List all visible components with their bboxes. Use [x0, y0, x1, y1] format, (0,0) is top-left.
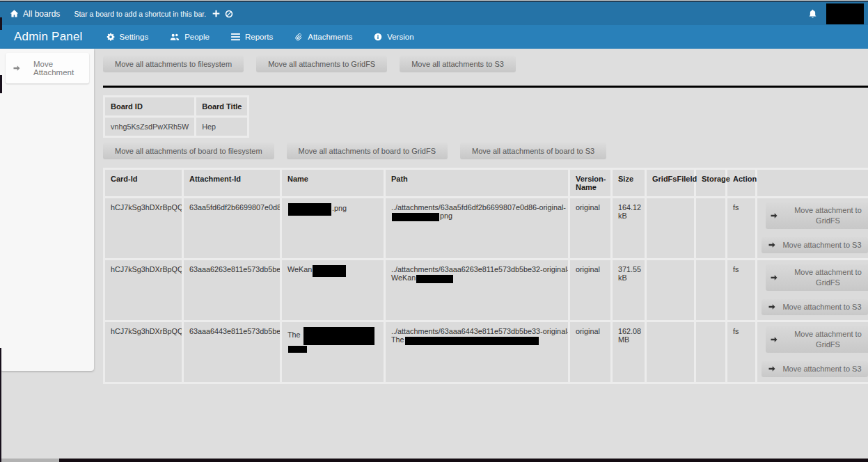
- cell-text: .png: [332, 204, 347, 212]
- page-title: Admin Panel: [14, 30, 83, 44]
- board-actions-row: Move all attachments of board to filesys…: [103, 143, 868, 159]
- size-cell: 162.08 MB: [613, 322, 645, 382]
- redacted-box: [416, 275, 453, 283]
- redacted-box: [405, 337, 539, 345]
- attachments-table-header: Path: [386, 170, 568, 196]
- gear-icon: [106, 33, 115, 41]
- nav-item-label: Attachments: [308, 33, 352, 41]
- nav-item-version[interactable]: Version: [374, 33, 413, 41]
- screen-edge-artifact: [0, 75, 2, 93]
- cell-text: The: [287, 330, 303, 339]
- bell-icon[interactable]: [808, 9, 817, 18]
- cell-text: The: [391, 335, 404, 344]
- attachments-table-header: [757, 170, 868, 196]
- version-name-cell: original: [570, 198, 610, 258]
- all-boards-link[interactable]: All boards: [10, 9, 60, 19]
- move-attachment-to-gridfs-button[interactable]: Move attachment to GridFS: [766, 326, 868, 353]
- redacted-box: [288, 346, 307, 353]
- size-cell: 164.12 kB: [613, 198, 645, 258]
- ban-icon[interactable]: [225, 10, 233, 18]
- action-cell: fs: [727, 322, 755, 382]
- attachment-row: hCJ7kSg3hDXrBpQQa63aa5fd6df2b6699807e0d8…: [105, 198, 868, 258]
- all-boards-label: All boards: [23, 9, 60, 19]
- storage-cell: [696, 322, 725, 382]
- redacted-box: [303, 327, 374, 345]
- redacted-box: [288, 203, 331, 216]
- screen-edge-artifact-bottom-gray: [0, 459, 59, 462]
- cell-text: ../attachments/63aaa6263e811e573db5be32-…: [391, 265, 568, 273]
- admin-header: Admin Panel SettingsPeopleReportsAttachm…: [0, 25, 868, 49]
- move-attachment-to-gridfs-button[interactable]: Move attachment to GridFS: [766, 264, 868, 291]
- board-table-cell: vnhg5KsZsdPwXRh5W: [105, 118, 194, 136]
- attachments-table-header: GridFsFileId: [647, 170, 694, 196]
- attachments-table-header: Version-Name: [570, 170, 610, 196]
- button-label: Move attachment to GridFS: [784, 205, 868, 226]
- action-cell: fs: [727, 260, 755, 320]
- nav-item-people[interactable]: People: [170, 33, 210, 41]
- move-all-attachments-of-board-to-gridfs-button[interactable]: Move all attachments of board to GridFS: [287, 143, 448, 159]
- move-attachment-to-gridfs-button[interactable]: Move attachment to GridFS: [766, 202, 868, 229]
- card-id-cell: hCJ7kSg3hDXrBpQQa: [105, 260, 182, 320]
- board-table-cell: Hep: [196, 118, 247, 136]
- people-icon: [170, 33, 180, 41]
- cell-text: ../attachments/63aaa6443e811e573db5be33-…: [391, 327, 568, 335]
- attachments-table-header: Storage: [696, 170, 725, 196]
- move-all-attachments-to-s3-button[interactable]: Move all attachments to S3: [400, 56, 516, 72]
- move-all-attachments-of-board-to-filesystem-button[interactable]: Move all attachments of board to filesys…: [103, 143, 274, 159]
- card-id-cell: hCJ7kSg3hDXrBpQQa: [105, 322, 182, 382]
- button-label: Move attachment to S3: [782, 302, 861, 312]
- gridfs-file-id-cell: [647, 260, 694, 320]
- redacted-box: [313, 265, 346, 277]
- move-all-attachments-to-filesystem-button[interactable]: Move all attachments to filesystem: [103, 56, 244, 72]
- attachments-table-header: Size: [613, 170, 645, 196]
- info-icon: [374, 33, 382, 41]
- name-cell: WeKan: [282, 260, 384, 320]
- gridfs-file-id-cell: [647, 198, 694, 258]
- nav-item-label: Reports: [245, 33, 273, 41]
- board-table: Board IDBoard Titlevnhg5KsZsdPwXRh5WHep: [103, 95, 249, 138]
- attachments-table-header: Action: [727, 170, 755, 196]
- attachment-row: hCJ7kSg3hDXrBpQQa63aaa6443e811e573db5be3…: [105, 322, 868, 382]
- nav-item-label: Settings: [120, 33, 149, 41]
- screen-edge-artifact-bottom-black: [59, 459, 868, 462]
- admin-nav: SettingsPeopleReportsAttachmentsVersion: [106, 33, 436, 41]
- sidebar: Move Attachment: [0, 49, 94, 371]
- button-label: Move attachment to GridFS: [784, 267, 868, 288]
- nav-item-settings[interactable]: Settings: [106, 33, 149, 41]
- attachment-id-cell: 63aaa6443e811e573db5be33: [184, 322, 280, 382]
- path-cell: ../attachments/63aaa6443e811e573db5be33-…: [386, 322, 568, 382]
- button-label: Move attachment to GridFS: [784, 329, 868, 350]
- arrow-right-icon: [770, 335, 778, 344]
- action-cell: fs: [727, 198, 755, 258]
- move-all-attachments-of-board-to-s3-button[interactable]: Move all attachments of board to S3: [460, 143, 606, 159]
- nav-item-reports[interactable]: Reports: [231, 33, 273, 41]
- user-avatar-redacted[interactable]: [826, 3, 864, 24]
- size-cell: 371.55 kB: [613, 260, 645, 320]
- paperclip-icon: [294, 33, 303, 41]
- attachments-table: Card-IdAttachment-IdNamePathVersion-Name…: [103, 168, 868, 384]
- move-attachment-to-s3-button[interactable]: Move attachment to S3: [762, 361, 868, 377]
- attachment-id-cell: 63aaa6263e811e573db5be32: [184, 260, 280, 320]
- row-actions-cell: Move attachment to GridFSMove attachment…: [757, 260, 868, 320]
- cell-text: WeKan: [287, 265, 312, 273]
- screen-edge-artifact: [0, 348, 1, 462]
- move-attachment-to-s3-button[interactable]: Move attachment to S3: [762, 237, 868, 253]
- nav-item-attachments[interactable]: Attachments: [294, 33, 352, 41]
- row-actions-cell: Move attachment to GridFSMove attachment…: [757, 198, 868, 258]
- card-id-cell: hCJ7kSg3hDXrBpQQa: [105, 198, 182, 258]
- path-cell: ../attachments/63aaa6263e811e573db5be32-…: [386, 260, 568, 320]
- arrow-right-icon: [768, 365, 776, 373]
- attachments-table-header: Card-Id: [105, 170, 182, 196]
- gridfs-file-id-cell: [647, 322, 694, 382]
- sidebar-item-move-attachment[interactable]: Move Attachment: [6, 53, 89, 83]
- main-content: Move all attachments to filesystemMove a…: [94, 49, 868, 384]
- move-attachment-to-s3-button[interactable]: Move attachment to S3: [762, 299, 868, 315]
- row-actions-cell: Move attachment to GridFSMove attachment…: [757, 322, 868, 382]
- move-all-attachments-to-gridfs-button[interactable]: Move all attachments to GridFS: [256, 56, 387, 72]
- arrow-right-icon: [770, 212, 778, 220]
- button-label: Move attachment to S3: [782, 240, 861, 250]
- version-name-cell: original: [570, 322, 610, 382]
- attachment-id-cell: 63aa5fd6df2b6699807e0d86: [184, 198, 280, 258]
- nav-item-label: People: [184, 33, 210, 41]
- plus-icon[interactable]: [212, 10, 220, 17]
